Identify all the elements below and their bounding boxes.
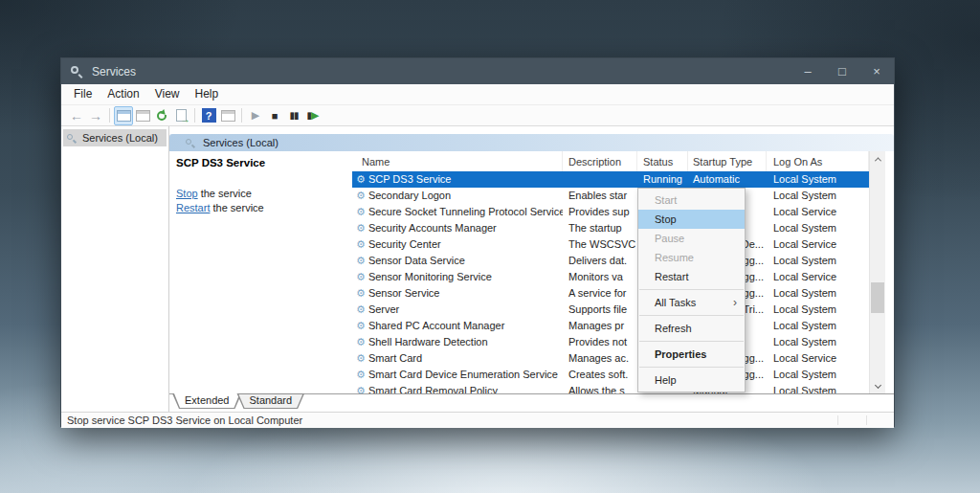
table-row[interactable]: ⚙Sensor Service A service for gg... Loca… xyxy=(352,285,869,302)
table-row[interactable]: ⚙Smart Card Manages ac. gg... Local Serv… xyxy=(352,350,869,367)
service-name-cell: ⚙Security Accounts Manager xyxy=(352,220,563,236)
service-description-cell: Supports file xyxy=(563,302,637,318)
context-menu-item[interactable]: Start xyxy=(638,190,745,210)
context-menu-item-label: All Tasks xyxy=(655,297,696,308)
table-row[interactable]: ⚙Shared PC Account Manager Manages pr Lo… xyxy=(352,318,869,334)
service-gear-icon: ⚙ xyxy=(356,269,366,285)
context-menu-item[interactable]: Resume xyxy=(638,248,745,267)
export-list-button[interactable]: → xyxy=(171,106,190,125)
context-menu-item[interactable]: All Tasks › xyxy=(638,293,745,312)
console-window-icon xyxy=(117,110,131,122)
context-menu-item-label: Start xyxy=(655,194,677,206)
column-header-description[interactable]: Description xyxy=(563,151,637,171)
context-menu-item[interactable]: Pause xyxy=(638,229,745,248)
service-logon-cell: Local System xyxy=(767,318,869,334)
service-name-cell: ⚙Sensor Monitoring Service xyxy=(352,269,563,285)
refresh-button[interactable] xyxy=(152,106,171,125)
context-menu-item[interactable]: Refresh xyxy=(638,319,745,338)
tree-item-services-local[interactable]: Services (Local) xyxy=(63,129,167,146)
column-header-name[interactable]: Name xyxy=(352,151,563,171)
help-icon: ? xyxy=(202,108,216,123)
service-description-cell: The startup xyxy=(563,220,637,236)
service-gear-icon: ⚙ xyxy=(356,350,366,367)
context-menu-item-label: Resume xyxy=(655,252,694,263)
pause-service-icon: ▮▮ xyxy=(289,110,298,121)
toolbar-separator xyxy=(241,108,242,123)
back-button[interactable]: ← xyxy=(67,106,86,125)
table-row[interactable]: ⚙Secondary Logon Enables star Local Syst… xyxy=(352,188,869,204)
stop-service-button[interactable]: ■ xyxy=(265,106,284,125)
table-row[interactable]: ⚙SCP DS3 Service Running Automatic Local… xyxy=(352,171,869,188)
help-button[interactable]: ? xyxy=(199,106,218,125)
forward-button[interactable]: → xyxy=(86,106,105,125)
view-tab[interactable]: Extended xyxy=(172,393,241,409)
show-console-tree-button[interactable] xyxy=(114,106,133,125)
service-logon-cell: Local System xyxy=(767,302,869,318)
column-header-status[interactable]: Status xyxy=(637,151,688,171)
table-row[interactable]: ⚙Security Center The WSCSVC (De... Local… xyxy=(352,236,869,253)
column-header-log-on-as[interactable]: Log On As xyxy=(767,151,869,171)
maximize-icon[interactable]: □ xyxy=(825,58,859,84)
column-headers: Name Description Status Startup Type Log… xyxy=(352,151,869,171)
column-header-startup-type[interactable]: Startup Type xyxy=(688,151,767,171)
service-description-cell: Provides not xyxy=(563,334,637,350)
service-name-cell: ⚙Sensor Data Service xyxy=(352,253,563,269)
menu-item[interactable]: View xyxy=(147,84,188,104)
context-menu-item[interactable] xyxy=(639,341,744,342)
tree-item-label: Services (Local) xyxy=(82,132,158,144)
service-action-line: Restart the service xyxy=(176,201,346,215)
menu-item[interactable]: Help xyxy=(188,84,227,104)
window-title: Services xyxy=(92,65,791,78)
start-service-icon: ▶ xyxy=(252,109,259,122)
restart-service-button[interactable]: ▮▶ xyxy=(303,106,323,125)
service-action-suffix: the service xyxy=(198,188,252,199)
close-icon[interactable]: × xyxy=(859,58,894,84)
vertical-scrollbar[interactable] xyxy=(869,151,885,393)
extended-info-pane: SCP DS3 Service Stop the serviceRestart … xyxy=(169,151,352,393)
menu-item[interactable]: Action xyxy=(100,84,146,104)
table-row[interactable]: ⚙Security Accounts Manager The startup L… xyxy=(352,220,869,236)
context-menu-item-label: Pause xyxy=(655,233,684,244)
service-name-cell: ⚙Smart Card xyxy=(352,350,563,367)
panel-header-band: Services (Local) xyxy=(169,134,894,151)
table-row[interactable]: ⚙Sensor Data Service Delivers dat. gg...… xyxy=(352,253,869,269)
context-menu-item[interactable]: Stop xyxy=(638,210,745,229)
table-row[interactable]: ⚙Smart Card Removal Policy Allows the s … xyxy=(352,383,869,393)
context-menu-item[interactable]: Help xyxy=(638,370,745,390)
table-row[interactable]: ⚙Shell Hardware Detection Provides not L… xyxy=(352,334,869,350)
service-gear-icon: ⚙ xyxy=(356,318,366,334)
service-description-cell: Manages ac. xyxy=(563,350,637,367)
start-service-button[interactable]: ▶ xyxy=(246,106,265,125)
service-action-link[interactable]: Stop xyxy=(176,188,198,199)
context-menu-item[interactable]: Restart xyxy=(638,267,745,286)
service-action-links: Stop the serviceRestart the service xyxy=(176,187,346,215)
scrollbar-thumb[interactable] xyxy=(871,282,884,313)
service-logon-cell: Local Service xyxy=(767,204,869,220)
table-row[interactable]: ⚙Smart Card Device Enumeration Service C… xyxy=(352,367,869,383)
title-bar[interactable]: Services – □ × xyxy=(61,58,894,84)
panel-right-margin xyxy=(885,151,894,393)
service-gear-icon: ⚙ xyxy=(356,188,366,204)
service-logon-cell: Local System xyxy=(767,334,869,350)
context-menu-item-label: Properties xyxy=(655,348,706,360)
show-action-pane-button[interactable] xyxy=(218,106,237,125)
scroll-up-icon[interactable] xyxy=(870,151,885,168)
context-menu-item[interactable] xyxy=(639,289,744,290)
table-row[interactable]: ⚙Server Supports file (Tri... Local Syst… xyxy=(352,302,869,318)
menu-item[interactable]: File xyxy=(66,84,100,104)
service-gear-icon: ⚙ xyxy=(356,204,366,220)
scroll-down-icon[interactable] xyxy=(870,377,885,393)
console-body: Services (Local) Services (Local) SCP DS… xyxy=(61,126,894,412)
context-menu-item[interactable] xyxy=(639,315,744,316)
pause-service-button[interactable]: ▮▮ xyxy=(284,106,303,125)
table-row[interactable]: ⚙Secure Socket Tunneling Protocol Servic… xyxy=(352,204,869,220)
service-action-link[interactable]: Restart xyxy=(176,202,210,213)
context-menu-item[interactable]: Properties xyxy=(638,345,745,364)
minimize-icon[interactable]: – xyxy=(791,58,825,84)
context-menu-item[interactable] xyxy=(639,367,744,368)
view-tab[interactable]: Standard xyxy=(236,393,304,409)
status-bar: Stop service SCP DS3 Service on Local Co… xyxy=(61,412,894,428)
properties-window-button[interactable] xyxy=(133,106,152,125)
table-row[interactable]: ⚙Sensor Monitoring Service Monitors va g… xyxy=(352,269,869,285)
service-gear-icon: ⚙ xyxy=(356,236,366,253)
